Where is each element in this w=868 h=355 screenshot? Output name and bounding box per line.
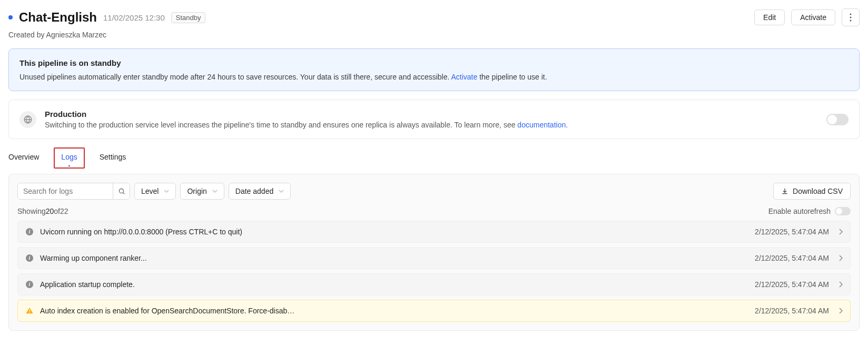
svg-rect-6 (29, 310, 29, 311)
download-csv-button[interactable]: Download CSV (773, 183, 851, 200)
page-timestamp: 11/02/2025 12:30 (103, 13, 165, 22)
banner-activate-link[interactable]: Activate (451, 73, 477, 81)
log-row[interactable]: iUvicorn running on http://0.0.0.0:8000 … (17, 221, 851, 243)
info-icon: i (25, 254, 34, 262)
production-title: Production (45, 110, 818, 119)
info-icon: i (25, 228, 34, 236)
tab-settings[interactable]: Settings (100, 147, 126, 169)
search-icon (118, 188, 125, 195)
svg-line-5 (123, 193, 124, 194)
log-timestamp: 2/12/2025, 5:47:04 AM (755, 254, 829, 262)
globe-icon (19, 111, 36, 128)
chevron-right-icon (839, 308, 843, 314)
documentation-link[interactable]: documentation (517, 121, 566, 129)
download-label: Download CSV (793, 187, 843, 195)
log-message: Warming up component ranker... (40, 254, 748, 262)
svg-point-4 (119, 189, 123, 193)
date-added-select[interactable]: Date added (229, 183, 291, 200)
info-icon: i (25, 280, 34, 289)
showing-count: 20 (46, 207, 54, 215)
warning-icon (25, 307, 34, 315)
page-header: Chat-English 11/02/2025 12:30 Standby Ed… (8, 8, 860, 26)
logs-panel: Level Origin Date added Download CSV Sho… (8, 174, 860, 331)
chevron-right-icon (839, 229, 843, 235)
svg-point-1 (850, 17, 852, 18)
meta-row: Showing 20 of 22 Enable autorefresh (17, 207, 851, 215)
banner-text-prefix: Unused pipelines automatically enter sta… (19, 73, 451, 81)
production-desc-prefix: Switching to the production service leve… (45, 121, 517, 129)
production-card: Production Switching to the production s… (8, 100, 860, 139)
status-dot-icon (8, 15, 13, 19)
chevron-right-icon (839, 281, 843, 288)
production-desc-suffix: . (566, 121, 568, 129)
svg-point-0 (850, 14, 852, 15)
date-added-label: Date added (235, 187, 273, 195)
more-actions-button[interactable] (842, 8, 860, 26)
tab-logs-highlight: Logs (54, 147, 84, 169)
log-message: Uvicorn running on http://0.0.0.0:8000 (… (40, 228, 748, 236)
log-row[interactable]: Auto index creation is enabled for OpenS… (17, 300, 851, 322)
status-badge: Standby (171, 12, 206, 23)
svg-rect-7 (29, 312, 29, 313)
log-timestamp: 2/12/2025, 5:47:04 AM (755, 280, 829, 289)
production-toggle[interactable] (826, 114, 849, 125)
autorefresh-label: Enable autorefresh (768, 207, 831, 215)
log-timestamp: 2/12/2025, 5:47:04 AM (755, 307, 829, 315)
showing-total: 22 (60, 207, 68, 215)
log-list: iUvicorn running on http://0.0.0.0:8000 … (17, 221, 851, 322)
tab-logs[interactable]: Logs (61, 153, 77, 162)
banner-text-suffix: the pipeline to use it. (477, 73, 547, 81)
tabs: Overview Logs Settings (8, 147, 860, 169)
page-title: Chat-English (19, 10, 97, 25)
edit-button[interactable]: Edit (754, 9, 785, 25)
tab-overview[interactable]: Overview (8, 147, 39, 169)
showing-label: Showing (17, 207, 46, 215)
chevron-right-icon (839, 255, 843, 261)
standby-banner: This pipeline is on standby Unused pipel… (8, 48, 860, 91)
origin-label: Origin (187, 187, 206, 195)
level-select[interactable]: Level (134, 183, 176, 200)
log-message: Auto index creation is enabled for OpenS… (40, 307, 748, 315)
showing-of: of (54, 207, 60, 215)
chevron-down-icon (164, 189, 169, 194)
search-input[interactable] (18, 183, 113, 199)
created-by-label: Created by Agnieszka Marzec (8, 31, 860, 39)
level-label: Level (141, 187, 159, 195)
autorefresh-toggle[interactable] (835, 207, 851, 215)
search-button[interactable] (113, 183, 130, 199)
origin-select[interactable]: Origin (180, 183, 224, 200)
chevron-down-icon (212, 189, 218, 194)
search-wrap (17, 183, 130, 200)
banner-body: Unused pipelines automatically enter sta… (19, 73, 849, 81)
filters-row: Level Origin Date added Download CSV (17, 183, 851, 200)
log-timestamp: 2/12/2025, 5:47:04 AM (755, 228, 829, 236)
production-description: Switching to the production service leve… (45, 121, 818, 129)
more-vertical-icon (850, 13, 852, 22)
download-icon (781, 188, 788, 195)
log-row[interactable]: iWarming up component ranker...2/12/2025… (17, 247, 851, 269)
log-message: Application startup complete. (40, 280, 748, 289)
banner-title: This pipeline is on standby (19, 58, 849, 67)
chevron-down-icon (279, 189, 284, 194)
svg-point-2 (850, 20, 852, 22)
log-row[interactable]: iApplication startup complete.2/12/2025,… (17, 273, 851, 295)
activate-button[interactable]: Activate (791, 9, 835, 25)
